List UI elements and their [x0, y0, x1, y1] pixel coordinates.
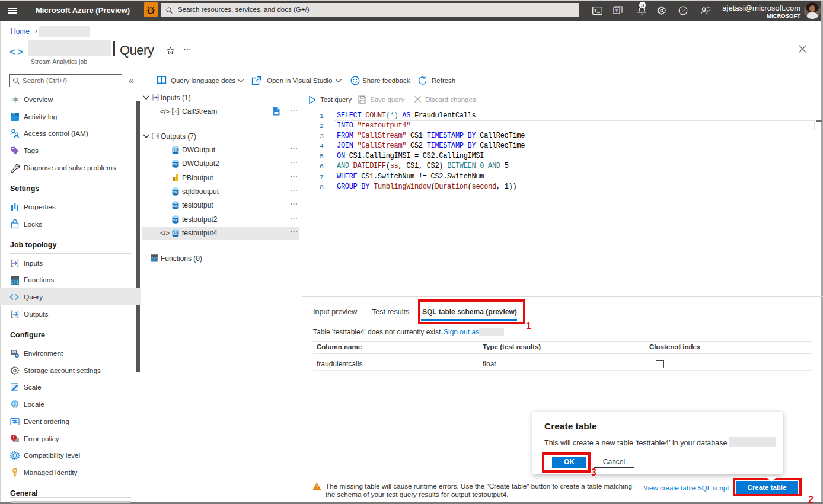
svg-text:[/]: [/]	[11, 279, 19, 284]
svg-text:SQL: SQL	[173, 205, 178, 208]
svg-text:[/]: [/]	[151, 257, 158, 261]
svg-text:SQL: SQL	[173, 149, 178, 152]
svg-text:?: ?	[681, 8, 684, 14]
svg-text:SQL: SQL	[173, 163, 178, 166]
svg-text:SQL: SQL	[173, 232, 178, 235]
svg-text:SQL: SQL	[173, 191, 178, 194]
svg-text:SQL: SQL	[173, 219, 178, 222]
